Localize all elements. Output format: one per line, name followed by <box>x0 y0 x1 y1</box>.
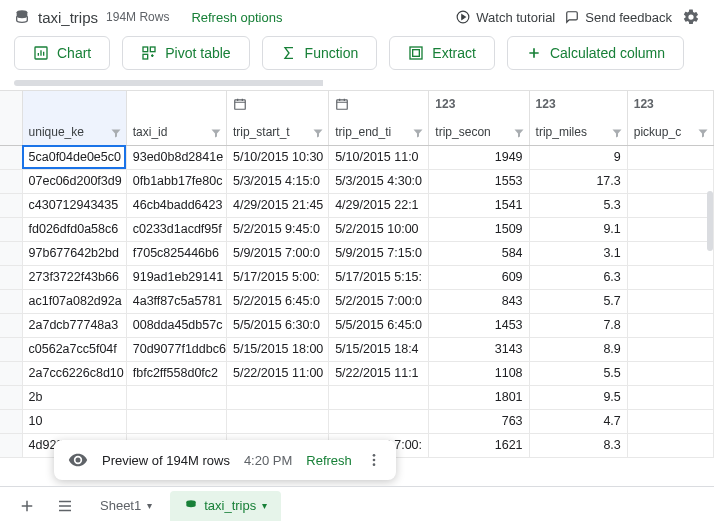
table-row[interactable]: 2a7dcb77748a3008dda45db57c5/5/2015 6:30:… <box>0 313 714 337</box>
filter-icon[interactable] <box>312 127 324 139</box>
cell[interactable]: c0562a7cc5f04f <box>22 337 126 361</box>
row-handle[interactable] <box>0 193 22 217</box>
chart-button[interactable]: Chart <box>14 36 110 70</box>
cell[interactable] <box>627 265 713 289</box>
extract-button[interactable]: Extract <box>389 36 495 70</box>
cell[interactable]: fbfc2ff558d0fc2 <box>126 361 226 385</box>
cell[interactable]: 843 <box>429 289 529 313</box>
all-sheets-button[interactable] <box>48 491 82 521</box>
row-handle[interactable] <box>0 145 22 169</box>
cell[interactable]: 763 <box>429 409 529 433</box>
cell[interactable] <box>627 145 713 169</box>
row-handle[interactable] <box>0 265 22 289</box>
cell[interactable] <box>329 385 429 409</box>
refresh-options-link[interactable]: Refresh options <box>191 10 282 25</box>
cell[interactable] <box>627 217 713 241</box>
cell[interactable]: 5/3/2015 4:15:0 <box>226 169 328 193</box>
table-row[interactable]: c0562a7cc5f04f70d9077f1ddbc65/15/2015 18… <box>0 337 714 361</box>
cell[interactable]: ac1f07a082d92a <box>22 289 126 313</box>
cell[interactable]: 4.7 <box>529 409 627 433</box>
cell[interactable]: 2a7dcb77748a3 <box>22 313 126 337</box>
cell[interactable] <box>627 361 713 385</box>
cell[interactable]: 10 <box>22 409 126 433</box>
table-row[interactable]: fd026dfd0a58c6c0233d1acdf95f5/2/2015 9:4… <box>0 217 714 241</box>
column-header-pickup_c[interactable]: 123pickup_c <box>627 91 713 145</box>
cell[interactable]: 5ca0f04de0e5c0 <box>22 145 126 169</box>
row-handle[interactable] <box>0 217 22 241</box>
cell[interactable]: 584 <box>429 241 529 265</box>
cell[interactable]: 6.3 <box>529 265 627 289</box>
cell[interactable]: 5/2/2015 9:45:0 <box>226 217 328 241</box>
cell[interactable]: 0fb1abb17fe80c <box>126 169 226 193</box>
cell[interactable]: 4a3ff87c5a5781 <box>126 289 226 313</box>
cell[interactable]: 5.7 <box>529 289 627 313</box>
table-row[interactable]: 2a7cc6226c8d10fbfc2ff558d0fc25/22/2015 1… <box>0 361 714 385</box>
table-row[interactable]: 273f3722f43b66919ad1eb291415/17/2015 5:0… <box>0 265 714 289</box>
cell[interactable] <box>627 409 713 433</box>
cell[interactable]: 5/17/2015 5:00: <box>226 265 328 289</box>
cell[interactable] <box>627 241 713 265</box>
cell[interactable]: 70d9077f1ddbc6 <box>126 337 226 361</box>
row-handle[interactable] <box>0 337 22 361</box>
cell[interactable]: 4/29/2015 21:45 <box>226 193 328 217</box>
cell[interactable]: 5/9/2015 7:00:0 <box>226 241 328 265</box>
cell[interactable]: 5/17/2015 5:15: <box>329 265 429 289</box>
cell[interactable]: 5/2/2015 10:00 <box>329 217 429 241</box>
cell[interactable]: c430712943435 <box>22 193 126 217</box>
table-row[interactable]: 07ec06d200f3d90fb1abb17fe80c5/3/2015 4:1… <box>0 169 714 193</box>
cell[interactable]: 1509 <box>429 217 529 241</box>
cell[interactable]: 46cb4badd6423 <box>126 193 226 217</box>
cell[interactable]: 5/2/2015 6:45:0 <box>226 289 328 313</box>
row-handle[interactable] <box>0 241 22 265</box>
cell[interactable]: 9.5 <box>529 385 627 409</box>
cell[interactable]: 4/29/2015 22:1 <box>329 193 429 217</box>
cell[interactable]: 8.3 <box>529 433 627 457</box>
cell[interactable]: 1541 <box>429 193 529 217</box>
cell[interactable] <box>627 289 713 313</box>
tab-taxi-trips[interactable]: taxi_trips ▾ <box>170 491 281 521</box>
table-row[interactable]: ac1f07a082d92a4a3ff87c5a57815/2/2015 6:4… <box>0 289 714 313</box>
pivot-table-button[interactable]: Pivot table <box>122 36 249 70</box>
cell[interactable]: 1621 <box>429 433 529 457</box>
cell[interactable]: 2b <box>22 385 126 409</box>
table-row[interactable]: 97b677642b2bdf705c825446b65/9/2015 7:00:… <box>0 241 714 265</box>
cell[interactable] <box>126 409 226 433</box>
cell[interactable] <box>126 385 226 409</box>
table-row[interactable]: c43071294343546cb4badd64234/29/2015 21:4… <box>0 193 714 217</box>
cell[interactable]: 5/2/2015 7:00:0 <box>329 289 429 313</box>
cell[interactable]: 919ad1eb29141 <box>126 265 226 289</box>
column-header-taxi_id[interactable]: taxi_id <box>126 91 226 145</box>
cell[interactable]: 5.3 <box>529 193 627 217</box>
cell[interactable]: 1949 <box>429 145 529 169</box>
cell[interactable]: 1108 <box>429 361 529 385</box>
filter-icon[interactable] <box>697 127 709 139</box>
cell[interactable] <box>329 409 429 433</box>
column-header-trip_miles[interactable]: 123trip_miles <box>529 91 627 145</box>
table-row[interactable]: 5ca0f04de0e5c093ed0b8d2841e5/10/2015 10:… <box>0 145 714 169</box>
cell[interactable]: 5/5/2015 6:45:0 <box>329 313 429 337</box>
filter-icon[interactable] <box>210 127 222 139</box>
cell[interactable]: 8.9 <box>529 337 627 361</box>
cell[interactable]: 7.8 <box>529 313 627 337</box>
cell[interactable]: 5/22/2015 11:1 <box>329 361 429 385</box>
row-handle[interactable] <box>0 385 22 409</box>
cell[interactable]: 93ed0b8d2841e <box>126 145 226 169</box>
table-row[interactable]: 2b18019.5 <box>0 385 714 409</box>
column-header-unique_key[interactable]: unique_ke <box>22 91 126 145</box>
cell[interactable]: 1801 <box>429 385 529 409</box>
cell[interactable]: 3.1 <box>529 241 627 265</box>
tab-sheet1[interactable]: Sheet1 ▾ <box>86 491 166 521</box>
cell[interactable]: 609 <box>429 265 529 289</box>
row-handle[interactable] <box>0 409 22 433</box>
cell[interactable] <box>627 337 713 361</box>
cell[interactable] <box>627 433 713 457</box>
cell[interactable] <box>627 169 713 193</box>
cell[interactable]: 5/9/2015 7:15:0 <box>329 241 429 265</box>
cell[interactable]: 5/10/2015 11:0 <box>329 145 429 169</box>
cell[interactable]: 5/15/2015 18:00 <box>226 337 328 361</box>
filter-icon[interactable] <box>412 127 424 139</box>
row-handle[interactable] <box>0 433 22 457</box>
cell[interactable]: f705c825446b6 <box>126 241 226 265</box>
function-button[interactable]: Function <box>262 36 378 70</box>
refresh-button[interactable]: Refresh <box>306 453 352 468</box>
